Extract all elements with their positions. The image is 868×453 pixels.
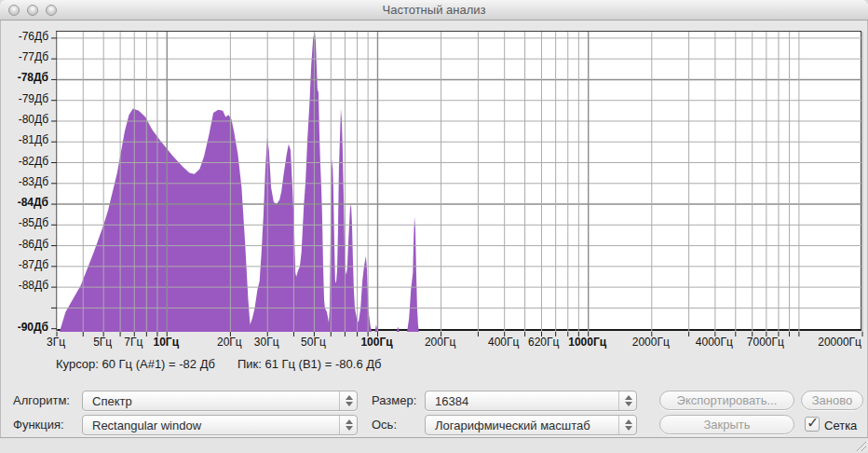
- x-tick-label: 20000Гц: [818, 336, 861, 349]
- x-tick-label: 7Гц: [124, 336, 142, 349]
- axis-value: Логарифмический масштаб: [435, 419, 590, 432]
- cursor-readout: Курсор: 60 Гц (A#1) = -82 Дб: [56, 357, 215, 371]
- function-value: Rectangular window: [92, 419, 201, 432]
- size-value: 16384: [435, 394, 468, 408]
- window-title: Частотный анализ: [0, 3, 868, 17]
- x-tick-label: 1000Гц: [568, 336, 606, 349]
- x-tick-label: 200Гц: [425, 336, 455, 349]
- spectrum-area-chart[interactable]: [57, 32, 862, 332]
- x-tick-label: 7000Гц: [747, 336, 784, 349]
- x-tick-label: 50Гц: [301, 336, 326, 349]
- size-label: Размер:: [372, 391, 416, 411]
- x-tick-label: 2000Гц: [632, 336, 670, 349]
- y-tick-label: -84Дб: [0, 196, 48, 209]
- stepper-up-icon: [625, 395, 632, 400]
- y-tick-label: -76Дб: [0, 30, 48, 43]
- algorithm-value: Спектр: [92, 394, 132, 408]
- grid-checkbox-label: Сетка: [824, 419, 857, 432]
- stepper-up-icon: [346, 395, 353, 400]
- checkmark-icon: ✓: [807, 414, 819, 432]
- frequency-analysis-window: Частотный анализ -76Дб-77Дб-78Дб-79Дб-80…: [0, 0, 868, 453]
- redo-button[interactable]: Заново: [801, 391, 863, 410]
- bottom-bar: [0, 437, 868, 453]
- titlebar[interactable]: Частотный анализ: [0, 0, 868, 21]
- x-tick-label: 10Гц: [154, 336, 180, 349]
- axis-select[interactable]: Логарифмический масштаб: [425, 415, 637, 435]
- x-tick-label: 30Гц: [254, 336, 279, 349]
- peak-readout: Пик: 61 Гц (B1) = -80.6 Дб: [237, 357, 382, 371]
- y-tick-label: -82Дб: [0, 155, 48, 168]
- stepper-up-icon: [346, 419, 353, 424]
- y-tick-label: -85Дб: [0, 216, 48, 229]
- stepper-down-icon: [625, 402, 632, 406]
- y-tick-label: -81Дб: [0, 133, 48, 146]
- y-tick-label: -88Дб: [0, 279, 48, 292]
- x-tick-label: 3Гц: [47, 336, 65, 349]
- stepper-up-icon: [625, 419, 632, 424]
- x-tick-label: 5Гц: [93, 336, 112, 349]
- stepper-icon[interactable]: [339, 391, 357, 410]
- grid-checkbox[interactable]: ✓: [805, 417, 820, 432]
- stepper-icon[interactable]: [618, 391, 636, 410]
- status-line: Курсор: 60 Гц (A#1) = -82 ДбПик: 61 Гц (…: [56, 357, 403, 371]
- stepper-icon[interactable]: [618, 416, 636, 434]
- y-tick-label: -86Дб: [0, 238, 48, 251]
- resize-grip-icon[interactable]: [854, 439, 866, 451]
- y-tick-label: -90Дб: [0, 321, 48, 334]
- export-button[interactable]: Экспортировать...: [659, 391, 794, 410]
- y-tick-label: -80Дб: [0, 113, 48, 126]
- x-tick-label: 4000Гц: [696, 336, 733, 349]
- x-axis-labels: 3Гц5Гц7Гц10Гц20Гц30Гц50Гц100Гц200Гц400Гц…: [56, 336, 861, 350]
- y-axis-labels: -76Дб-77Дб-78Дб-79Дб-80Дб-81Дб-82Дб-83Дб…: [0, 31, 50, 331]
- stepper-icon[interactable]: [339, 416, 357, 434]
- algorithm-label: Алгоритм:: [13, 391, 70, 411]
- y-tick-label: -83Дб: [0, 175, 48, 188]
- stepper-down-icon: [346, 426, 353, 431]
- axis-label: Ось:: [372, 415, 397, 435]
- size-select[interactable]: 16384: [425, 391, 637, 411]
- x-tick-label: 20Гц: [217, 336, 242, 349]
- algorithm-select[interactable]: Спектр: [82, 391, 358, 411]
- function-select[interactable]: Rectangular window: [82, 415, 358, 435]
- stepper-down-icon: [625, 426, 632, 431]
- function-label: Функция:: [13, 415, 64, 435]
- spectrum-plot[interactable]: [56, 31, 861, 331]
- stepper-down-icon: [346, 402, 353, 406]
- close-button[interactable]: Закрыть: [659, 415, 794, 434]
- y-tick-label: -78Дб: [0, 71, 48, 84]
- y-tick-label: -87Дб: [0, 258, 48, 271]
- x-tick-label: 620Гц: [528, 336, 559, 349]
- x-tick-label: 400Гц: [488, 336, 519, 349]
- y-tick-label: -77Дб: [0, 50, 48, 63]
- x-tick-label: 100Гц: [360, 336, 392, 349]
- y-tick-label: -79Дб: [0, 92, 48, 105]
